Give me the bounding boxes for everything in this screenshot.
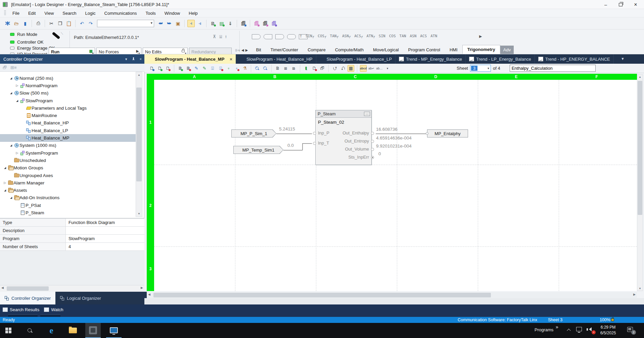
programs-expand-icon[interactable]: » bbox=[556, 324, 558, 330]
tree-item[interactable]: P_Steam bbox=[0, 209, 136, 216]
clipboard-pink-icon[interactable]: 🗐 bbox=[253, 20, 260, 27]
scrollbar-thumb[interactable] bbox=[7, 286, 49, 291]
tree-item[interactable]: MainRoutine bbox=[0, 112, 136, 119]
logix-designer-taskbar-icon[interactable] bbox=[85, 323, 101, 338]
import-tags-icon[interactable]: ⮬ bbox=[303, 65, 310, 72]
function-block[interactable]: P_Steam … P_Steam_02 Inp_PInp_T Out_Enth… bbox=[315, 110, 372, 165]
tree-expander-icon[interactable] bbox=[3, 189, 7, 192]
zoom-out-icon[interactable]: − bbox=[262, 65, 269, 72]
import-sheet-icon[interactable]: 🗋 bbox=[156, 65, 163, 72]
collapsed-panel-tab[interactable] bbox=[8, 315, 38, 317]
scrollbar-thumb[interactable] bbox=[153, 293, 491, 297]
sheet-view-icon[interactable]: 🗎 bbox=[274, 65, 281, 72]
tree-item[interactable]: Heat_Balance_MP bbox=[0, 134, 136, 142]
tree-expander-icon[interactable] bbox=[9, 77, 13, 80]
instruction-button[interactable]: COSf bbox=[317, 34, 327, 39]
minimize-button[interactable] bbox=[602, 2, 609, 7]
close-tab-icon[interactable] bbox=[230, 57, 232, 62]
programs-label[interactable]: Programs bbox=[535, 327, 553, 332]
volume-muted-icon[interactable] bbox=[587, 327, 592, 331]
output-reference-tool-icon[interactable] bbox=[264, 34, 272, 39]
verify-controller-icon[interactable]: ▤ bbox=[218, 20, 225, 27]
results-view-icon[interactable]: 🗈 bbox=[290, 65, 297, 72]
tree-item[interactable]: Parameters and Local Tags bbox=[0, 104, 136, 112]
output-pin[interactable]: Out_Entropy bbox=[342, 138, 369, 145]
redo-icon[interactable]: ↷ bbox=[87, 20, 94, 27]
tree-expander-icon[interactable] bbox=[9, 144, 13, 147]
function-block-tag[interactable]: P_Steam_02 bbox=[316, 118, 371, 126]
tree-item[interactable]: System (1000 ms) bbox=[0, 142, 136, 149]
input-reference[interactable]: MP_P_Sim_1 bbox=[231, 129, 276, 137]
canvas-vertical-scrollbar[interactable]: ▲ ▼ bbox=[637, 74, 643, 291]
scroll-right-icon[interactable]: ▶ bbox=[141, 286, 143, 289]
instruction-button[interactable]: TANf bbox=[329, 34, 339, 39]
quick-search-combobox[interactable] bbox=[97, 20, 154, 27]
document-tab[interactable]: SlowProgram - Heat_Balance_LP bbox=[316, 54, 396, 64]
menu-item[interactable]: Tools bbox=[141, 9, 160, 17]
keyswitch-icon[interactable] bbox=[51, 33, 62, 43]
organizer-close-icon[interactable]: × bbox=[140, 57, 142, 61]
undo-icon[interactable]: ↶ bbox=[78, 20, 86, 27]
organizer-tab[interactable]: Logical Organizer bbox=[55, 292, 106, 304]
palette-tabs-scroll-left-icon[interactable]: ◀ bbox=[241, 48, 244, 52]
previous-sheet-icon[interactable]: ⮍ bbox=[331, 65, 338, 72]
delete-sheet-icon[interactable]: 🗋 bbox=[165, 65, 171, 72]
instruction-button[interactable]: ATNf bbox=[366, 34, 375, 39]
panel-tab[interactable]: Search Results bbox=[3, 307, 39, 312]
cancel-accepted-edits-icon[interactable]: ✎ bbox=[201, 65, 208, 72]
export-tags-icon[interactable]: 🗋 bbox=[311, 65, 318, 72]
scroll-up-icon[interactable]: ▲ bbox=[637, 75, 643, 78]
scroll-left-icon[interactable]: ◀ bbox=[1, 286, 4, 289]
file-explorer-icon[interactable] bbox=[65, 323, 81, 338]
collapse-all-icon[interactable]: 🗗 bbox=[3, 65, 7, 70]
branch-layout-icon[interactable]: ⫣ bbox=[196, 20, 203, 27]
test-edits-icon[interactable]: ⍗ bbox=[209, 65, 216, 72]
save-icon[interactable]: ▮ bbox=[21, 20, 29, 27]
copy-sheet-icon[interactable]: 🗗 bbox=[319, 65, 326, 72]
tree-item[interactable]: Unscheduled bbox=[0, 157, 136, 164]
untest-edits-icon[interactable]: ⍗ bbox=[217, 65, 224, 72]
palette-tab[interactable]: Timer/Counter bbox=[266, 46, 303, 54]
palette-tab-adv[interactable]: Adv bbox=[500, 46, 514, 54]
organizer-tab[interactable]: Controller Organizer bbox=[0, 292, 55, 304]
cut-icon[interactable]: ✂ bbox=[48, 20, 55, 27]
clipboard-paste-icon[interactable]: 🗐 bbox=[270, 20, 278, 27]
tree-expander-icon[interactable] bbox=[15, 151, 19, 155]
tray-show-hidden-icons[interactable] bbox=[567, 329, 570, 332]
taskbar-search-icon[interactable] bbox=[22, 323, 38, 338]
scroll-down-icon[interactable]: ▼ bbox=[637, 287, 643, 290]
scroll-left-icon[interactable]: ◀ bbox=[148, 293, 150, 296]
emulator-taskbar-icon[interactable] bbox=[106, 323, 122, 338]
pin-path-icon[interactable]: ⊼ bbox=[213, 34, 216, 40]
menu-item[interactable]: Window bbox=[160, 9, 184, 17]
menu-item[interactable]: Search bbox=[58, 9, 81, 17]
scroll-right-icon[interactable]: ▶ bbox=[633, 293, 636, 296]
upload-download-icon[interactable]: ⍿ bbox=[225, 34, 226, 40]
clipboard-copy-icon[interactable]: 🗐 bbox=[262, 20, 269, 27]
cancel-pending-icon[interactable]: ⍖ bbox=[233, 65, 240, 72]
palette-tab[interactable]: Trigonometry bbox=[462, 45, 500, 54]
auto-hide-pin-icon[interactable] bbox=[132, 57, 135, 61]
search-prev-icon[interactable]: ⮩ bbox=[166, 20, 173, 27]
instruction-button[interactable]: TAN bbox=[399, 34, 407, 39]
palette-tab[interactable]: Move/Logical bbox=[368, 46, 404, 54]
menu-item[interactable]: Logic bbox=[81, 9, 100, 17]
browse-icon[interactable]: ▣ bbox=[174, 20, 182, 27]
tree-item[interactable]: NormalProgram bbox=[0, 82, 136, 89]
next-sheet-icon[interactable]: ⮏ bbox=[339, 65, 346, 72]
tree-item[interactable]: Heat_Balance_LP bbox=[0, 127, 136, 134]
assemble-edits-icon[interactable]: ✎ bbox=[193, 65, 200, 72]
word-wrap-icon[interactable]: ab↵ bbox=[368, 65, 375, 72]
search-next-icon[interactable]: ⮨ bbox=[157, 20, 164, 27]
instruction-button[interactable]: SIN bbox=[378, 34, 386, 39]
instruction-button[interactable]: ACS bbox=[419, 34, 427, 39]
palette-tab[interactable]: Program Control bbox=[404, 46, 445, 54]
organizer-horizontal-scrollbar[interactable]: ◀ ▶ bbox=[0, 285, 144, 292]
text-options-dropdown-icon[interactable]: ▾ bbox=[384, 65, 391, 72]
accept-pending-icon[interactable]: ⍖ bbox=[225, 65, 232, 72]
network-tray-icon[interactable] bbox=[576, 327, 582, 331]
input-wire-connector-tool-icon[interactable] bbox=[275, 34, 284, 39]
tree-expander-icon[interactable] bbox=[15, 84, 19, 87]
tree-item[interactable]: Ungrouped Axes bbox=[0, 172, 136, 179]
clipboard-language-icon[interactable]: 🗐 bbox=[240, 20, 247, 27]
